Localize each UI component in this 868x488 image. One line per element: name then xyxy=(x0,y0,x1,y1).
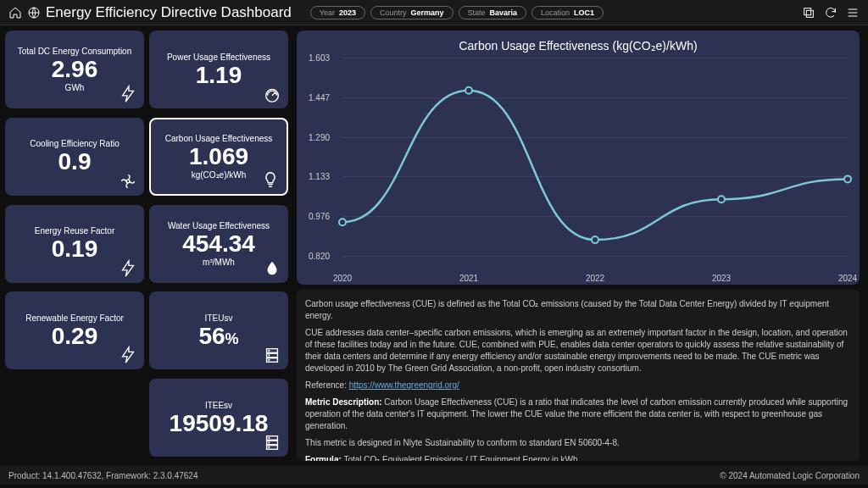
card-value: 0.29 xyxy=(52,324,98,348)
card-value: 56% xyxy=(198,324,238,348)
card-title: Carbon Usage Effectiveness xyxy=(165,134,273,143)
desc-f-text: Total CO₂ Equivalent Emissions / IT Equi… xyxy=(342,455,578,461)
header: Energy Efficiency Directive Dashboard Ye… xyxy=(0,0,868,25)
metric-card-3[interactable]: Carbon Usage Effectiveness1.069kg(CO₂e)/… xyxy=(149,118,288,196)
fan-icon xyxy=(119,172,137,191)
card-title: ITEEsv xyxy=(205,401,232,410)
home-icon[interactable] xyxy=(8,6,22,19)
x-tick: 2021 xyxy=(459,274,478,283)
card-value: 19509.18 xyxy=(170,412,269,435)
svg-point-16 xyxy=(269,447,270,448)
reference-link[interactable]: https://www.thegreengrid.org/ xyxy=(349,380,459,390)
svg-point-18 xyxy=(465,87,472,94)
card-title: Water Usage Effectiveness xyxy=(168,221,270,230)
x-tick: 2022 xyxy=(586,274,604,283)
filter-location[interactable]: LocationLOC1 xyxy=(531,6,604,19)
metric-card-0[interactable]: Total DC Energy Consumption2.96GWh xyxy=(5,30,144,108)
filter-country[interactable]: CountryGermany xyxy=(370,6,453,19)
card-value: 1.069 xyxy=(189,145,248,169)
desc-f-label: Formula: xyxy=(305,455,342,461)
bolt-icon xyxy=(119,259,137,278)
metric-card-grid: Total DC Energy Consumption2.96GWhPower … xyxy=(0,25,293,466)
desc-md-label: Metric Description: xyxy=(305,397,382,407)
y-tick: 0.976 xyxy=(309,212,330,221)
bolt-icon xyxy=(119,346,137,364)
svg-point-17 xyxy=(339,219,346,225)
svg-point-21 xyxy=(844,175,851,182)
card-title: Cooling Efficiency Ratio xyxy=(30,139,119,148)
card-title: Power Usage Effectiveness xyxy=(167,53,270,62)
y-tick: 1.603 xyxy=(309,53,330,63)
svg-point-8 xyxy=(269,351,270,352)
server-icon xyxy=(263,346,281,364)
page-title: Energy Efficiency Directive Dashboard xyxy=(46,4,292,21)
footer-product: Product: 14.1.400.47632, Framework: 2.3.… xyxy=(8,471,198,480)
description-panel: Carbon usage effectiveness (CUE) is defi… xyxy=(297,290,860,461)
svg-point-4 xyxy=(126,180,130,183)
footer: Product: 14.1.400.47632, Framework: 2.3.… xyxy=(0,466,868,485)
chart-panel: Carbon Usage Effectiveness (kg(CO₂e)/kWh… xyxy=(297,30,860,285)
svg-rect-1 xyxy=(804,8,811,14)
card-unit: GWh xyxy=(65,83,85,92)
card-value: 0.9 xyxy=(58,150,92,174)
card-unit: kg(CO₂e)/kWh xyxy=(192,170,247,180)
x-tick: 2023 xyxy=(712,274,731,283)
export-icon[interactable] xyxy=(802,6,815,19)
svg-point-10 xyxy=(269,360,270,361)
card-title: ITEUsv xyxy=(205,313,233,323)
server-icon xyxy=(263,433,281,452)
chart-plot-area: 0.8200.9761.1331.2901.4471.6032020202120… xyxy=(342,58,848,269)
desc-ref-label: Reference: xyxy=(305,380,347,390)
metric-card-8[interactable]: ITEEsv19509.18 xyxy=(149,379,288,457)
bulb-icon xyxy=(261,170,280,189)
metric-card-4[interactable]: Energy Reuse Factor0.19 xyxy=(5,205,144,283)
card-value: 0.19 xyxy=(52,237,98,261)
card-title: Renewable Energy Factor xyxy=(25,313,124,323)
y-tick: 1.290 xyxy=(309,132,330,141)
chart-title: Carbon Usage Effectiveness (kg(CO₂e)/kWh… xyxy=(309,39,848,53)
svg-point-15 xyxy=(269,442,270,443)
filter-year[interactable]: Year2023 xyxy=(310,6,365,19)
svg-point-20 xyxy=(718,196,725,202)
card-value: 2.96 xyxy=(52,58,98,81)
line-chart-svg xyxy=(342,58,848,269)
metric-card-1[interactable]: Power Usage Effectiveness1.19 xyxy=(149,30,288,108)
filter-state[interactable]: StateBavaria xyxy=(459,6,527,19)
y-tick: 0.820 xyxy=(309,252,330,261)
desc-p1: Carbon usage effectiveness (CUE) is defi… xyxy=(305,298,851,322)
gauge-icon xyxy=(263,85,281,103)
refresh-icon[interactable] xyxy=(824,6,837,19)
desc-p2: CUE addresses data center–specific carbo… xyxy=(305,327,851,374)
water-icon xyxy=(263,259,281,278)
y-tick: 1.133 xyxy=(309,172,330,181)
y-tick: 1.447 xyxy=(309,92,330,102)
card-title: Total DC Energy Consumption xyxy=(18,47,132,56)
svg-point-9 xyxy=(269,355,270,356)
x-tick: 2020 xyxy=(333,274,352,283)
metric-card-7[interactable]: ITEUsv56% xyxy=(149,291,288,369)
card-unit: m³/MWh xyxy=(203,258,235,267)
globe-icon[interactable] xyxy=(27,6,41,19)
svg-point-14 xyxy=(269,438,270,439)
x-tick: 2024 xyxy=(838,274,857,283)
card-value: 454.34 xyxy=(182,232,255,256)
desc-p3: This metric is designed in Nlyte Sustain… xyxy=(305,437,851,449)
svg-point-19 xyxy=(592,236,598,243)
card-value: 1.19 xyxy=(196,64,242,87)
metric-card-6[interactable]: Renewable Energy Factor0.29 xyxy=(5,291,144,369)
footer-copyright: © 2024 Automated Logic Corporation xyxy=(720,471,860,480)
metric-card-5[interactable]: Water Usage Effectiveness454.34m³/MWh xyxy=(149,205,288,283)
metric-card-2[interactable]: Cooling Efficiency Ratio0.9 xyxy=(5,118,144,196)
menu-icon[interactable] xyxy=(846,6,860,19)
bolt-icon xyxy=(119,85,137,103)
svg-rect-2 xyxy=(806,10,813,17)
card-title: Energy Reuse Factor xyxy=(35,226,115,236)
desc-md-text: Carbon Usage Effectiveness (CUE) is a ra… xyxy=(305,397,848,430)
